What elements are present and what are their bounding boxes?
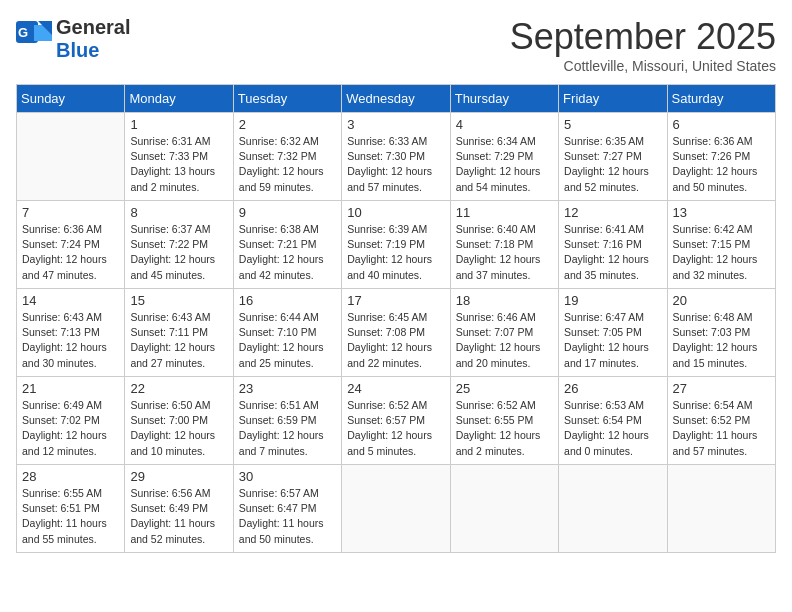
calendar-header-row: SundayMondayTuesdayWednesdayThursdayFrid… [17, 85, 776, 113]
calendar-cell [17, 113, 125, 201]
day-info: Sunrise: 6:38 AM Sunset: 7:21 PM Dayligh… [239, 222, 336, 283]
day-info: Sunrise: 6:32 AM Sunset: 7:32 PM Dayligh… [239, 134, 336, 195]
weekday-header: Saturday [667, 85, 775, 113]
day-info: Sunrise: 6:35 AM Sunset: 7:27 PM Dayligh… [564, 134, 661, 195]
calendar-week-row: 1Sunrise: 6:31 AM Sunset: 7:33 PM Daylig… [17, 113, 776, 201]
calendar-cell: 12Sunrise: 6:41 AM Sunset: 7:16 PM Dayli… [559, 201, 667, 289]
logo: G General Blue [16, 16, 130, 62]
calendar-cell: 3Sunrise: 6:33 AM Sunset: 7:30 PM Daylig… [342, 113, 450, 201]
day-info: Sunrise: 6:52 AM Sunset: 6:55 PM Dayligh… [456, 398, 553, 459]
day-number: 29 [130, 469, 227, 484]
day-number: 28 [22, 469, 119, 484]
day-info: Sunrise: 6:52 AM Sunset: 6:57 PM Dayligh… [347, 398, 444, 459]
day-number: 20 [673, 293, 770, 308]
day-number: 16 [239, 293, 336, 308]
day-number: 23 [239, 381, 336, 396]
weekday-header: Sunday [17, 85, 125, 113]
day-info: Sunrise: 6:46 AM Sunset: 7:07 PM Dayligh… [456, 310, 553, 371]
day-info: Sunrise: 6:33 AM Sunset: 7:30 PM Dayligh… [347, 134, 444, 195]
calendar-cell: 18Sunrise: 6:46 AM Sunset: 7:07 PM Dayli… [450, 289, 558, 377]
day-number: 13 [673, 205, 770, 220]
calendar-cell: 20Sunrise: 6:48 AM Sunset: 7:03 PM Dayli… [667, 289, 775, 377]
calendar-week-row: 28Sunrise: 6:55 AM Sunset: 6:51 PM Dayli… [17, 465, 776, 553]
day-info: Sunrise: 6:41 AM Sunset: 7:16 PM Dayligh… [564, 222, 661, 283]
day-info: Sunrise: 6:50 AM Sunset: 7:00 PM Dayligh… [130, 398, 227, 459]
logo-blue: Blue [56, 39, 99, 61]
calendar-cell: 4Sunrise: 6:34 AM Sunset: 7:29 PM Daylig… [450, 113, 558, 201]
page-header: G General Blue September 2025 Cottlevill… [16, 16, 776, 74]
calendar-table: SundayMondayTuesdayWednesdayThursdayFrid… [16, 84, 776, 553]
day-number: 21 [22, 381, 119, 396]
day-number: 10 [347, 205, 444, 220]
calendar-cell: 30Sunrise: 6:57 AM Sunset: 6:47 PM Dayli… [233, 465, 341, 553]
day-number: 25 [456, 381, 553, 396]
calendar-cell: 10Sunrise: 6:39 AM Sunset: 7:19 PM Dayli… [342, 201, 450, 289]
calendar-cell: 23Sunrise: 6:51 AM Sunset: 6:59 PM Dayli… [233, 377, 341, 465]
calendar-cell: 6Sunrise: 6:36 AM Sunset: 7:26 PM Daylig… [667, 113, 775, 201]
day-number: 30 [239, 469, 336, 484]
day-info: Sunrise: 6:53 AM Sunset: 6:54 PM Dayligh… [564, 398, 661, 459]
day-info: Sunrise: 6:49 AM Sunset: 7:02 PM Dayligh… [22, 398, 119, 459]
calendar-week-row: 14Sunrise: 6:43 AM Sunset: 7:13 PM Dayli… [17, 289, 776, 377]
day-info: Sunrise: 6:57 AM Sunset: 6:47 PM Dayligh… [239, 486, 336, 547]
calendar-cell: 21Sunrise: 6:49 AM Sunset: 7:02 PM Dayli… [17, 377, 125, 465]
title-block: September 2025 Cottleville, Missouri, Un… [510, 16, 776, 74]
day-info: Sunrise: 6:55 AM Sunset: 6:51 PM Dayligh… [22, 486, 119, 547]
day-info: Sunrise: 6:51 AM Sunset: 6:59 PM Dayligh… [239, 398, 336, 459]
day-number: 1 [130, 117, 227, 132]
logo-icon: G [16, 21, 52, 57]
day-number: 9 [239, 205, 336, 220]
calendar-cell: 8Sunrise: 6:37 AM Sunset: 7:22 PM Daylig… [125, 201, 233, 289]
day-number: 11 [456, 205, 553, 220]
day-number: 17 [347, 293, 444, 308]
day-number: 27 [673, 381, 770, 396]
weekday-header: Monday [125, 85, 233, 113]
calendar-week-row: 21Sunrise: 6:49 AM Sunset: 7:02 PM Dayli… [17, 377, 776, 465]
day-number: 2 [239, 117, 336, 132]
calendar-cell: 1Sunrise: 6:31 AM Sunset: 7:33 PM Daylig… [125, 113, 233, 201]
day-number: 8 [130, 205, 227, 220]
calendar-cell: 16Sunrise: 6:44 AM Sunset: 7:10 PM Dayli… [233, 289, 341, 377]
day-number: 4 [456, 117, 553, 132]
calendar-cell: 13Sunrise: 6:42 AM Sunset: 7:15 PM Dayli… [667, 201, 775, 289]
day-info: Sunrise: 6:37 AM Sunset: 7:22 PM Dayligh… [130, 222, 227, 283]
day-number: 3 [347, 117, 444, 132]
calendar-cell: 29Sunrise: 6:56 AM Sunset: 6:49 PM Dayli… [125, 465, 233, 553]
day-info: Sunrise: 6:54 AM Sunset: 6:52 PM Dayligh… [673, 398, 770, 459]
calendar-cell: 14Sunrise: 6:43 AM Sunset: 7:13 PM Dayli… [17, 289, 125, 377]
svg-text:G: G [18, 25, 28, 40]
day-number: 22 [130, 381, 227, 396]
day-number: 26 [564, 381, 661, 396]
logo-general: General [56, 16, 130, 38]
day-info: Sunrise: 6:36 AM Sunset: 7:24 PM Dayligh… [22, 222, 119, 283]
day-number: 14 [22, 293, 119, 308]
calendar-cell: 15Sunrise: 6:43 AM Sunset: 7:11 PM Dayli… [125, 289, 233, 377]
day-info: Sunrise: 6:42 AM Sunset: 7:15 PM Dayligh… [673, 222, 770, 283]
day-info: Sunrise: 6:56 AM Sunset: 6:49 PM Dayligh… [130, 486, 227, 547]
location: Cottleville, Missouri, United States [510, 58, 776, 74]
calendar-cell: 24Sunrise: 6:52 AM Sunset: 6:57 PM Dayli… [342, 377, 450, 465]
day-info: Sunrise: 6:43 AM Sunset: 7:13 PM Dayligh… [22, 310, 119, 371]
calendar-cell [667, 465, 775, 553]
calendar-cell: 17Sunrise: 6:45 AM Sunset: 7:08 PM Dayli… [342, 289, 450, 377]
day-info: Sunrise: 6:31 AM Sunset: 7:33 PM Dayligh… [130, 134, 227, 195]
day-number: 7 [22, 205, 119, 220]
day-info: Sunrise: 6:43 AM Sunset: 7:11 PM Dayligh… [130, 310, 227, 371]
day-number: 24 [347, 381, 444, 396]
calendar-cell: 7Sunrise: 6:36 AM Sunset: 7:24 PM Daylig… [17, 201, 125, 289]
calendar-cell [559, 465, 667, 553]
calendar-cell: 11Sunrise: 6:40 AM Sunset: 7:18 PM Dayli… [450, 201, 558, 289]
calendar-cell [450, 465, 558, 553]
day-number: 15 [130, 293, 227, 308]
weekday-header: Tuesday [233, 85, 341, 113]
weekday-header: Friday [559, 85, 667, 113]
calendar-cell: 27Sunrise: 6:54 AM Sunset: 6:52 PM Dayli… [667, 377, 775, 465]
month-title: September 2025 [510, 16, 776, 58]
calendar-cell: 9Sunrise: 6:38 AM Sunset: 7:21 PM Daylig… [233, 201, 341, 289]
day-info: Sunrise: 6:34 AM Sunset: 7:29 PM Dayligh… [456, 134, 553, 195]
day-number: 18 [456, 293, 553, 308]
weekday-header: Wednesday [342, 85, 450, 113]
day-number: 19 [564, 293, 661, 308]
calendar-cell: 5Sunrise: 6:35 AM Sunset: 7:27 PM Daylig… [559, 113, 667, 201]
weekday-header: Thursday [450, 85, 558, 113]
